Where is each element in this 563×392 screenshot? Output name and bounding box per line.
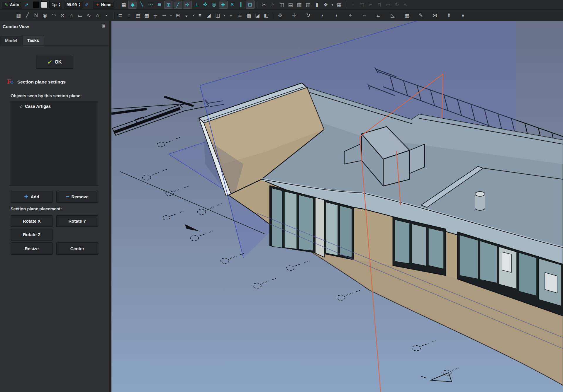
draft-split-icon[interactable]: ⌖ [346, 12, 355, 19]
draft-mirror-icon[interactable]: ⋈ [431, 12, 439, 19]
ok-button[interactable]: ✔ OK [36, 56, 73, 69]
snap-parallel-icon[interactable]: ✛ [183, 1, 192, 9]
draft-bezier-icon[interactable]: ∩ [94, 12, 102, 19]
spinner-arrows-icon[interactable]: ▲▼ [58, 3, 61, 7]
arch-axis-system-icon[interactable]: ▧ [304, 1, 312, 8]
tab-tasks[interactable]: Tasks [22, 35, 44, 45]
draft-line-icon[interactable]: ╱ [23, 12, 31, 19]
arch-truss-icon[interactable]: ◧ [262, 12, 270, 19]
snap-working-plane-icon[interactable]: ⊡ [246, 1, 255, 9]
snap-near-icon[interactable]: ◎ [210, 1, 218, 8]
roof-cylinder-vent[interactable] [475, 192, 485, 210]
arch-building-part-icon[interactable]: ⌂ [269, 1, 277, 8]
draft-rotate-icon[interactable]: ↻ [304, 12, 312, 19]
draft-ellipse-icon[interactable]: ⊘ [58, 12, 67, 19]
draft-array-icon[interactable]: ▦ [403, 12, 411, 19]
panel-header: Combo View ▣ [0, 21, 109, 33]
structure-dropdown-icon[interactable]: ▾ [169, 12, 173, 19]
snap-special-icon[interactable]: ✜ [201, 1, 209, 8]
face-color-swatch[interactable] [41, 1, 48, 8]
building-icon: ⌂ [20, 104, 23, 109]
arch-fence-icon[interactable]: ◪ [253, 12, 262, 19]
arch-roof-icon[interactable]: ◢ [205, 12, 213, 19]
tab-model[interactable]: Model [0, 36, 22, 45]
arch-curtain-wall-icon[interactable]: ◒ [182, 12, 191, 19]
snap-ortho-icon[interactable]: ✚ [219, 1, 228, 9]
arch-stairs-icon[interactable]: ≡ [196, 12, 204, 19]
3d-viewport[interactable] [111, 21, 563, 392]
apply-style-icon[interactable]: ➚ [23, 1, 31, 8]
snap-intersection-icon[interactable]: ✕ [228, 1, 236, 8]
arch-material-icon[interactable]: ❖ [322, 1, 330, 8]
auto-working-plane-button[interactable]: ✎ Auto [2, 1, 22, 8]
window-group[interactable] [270, 186, 315, 253]
remove-button[interactable]: ━ Remove [56, 191, 98, 202]
arch-spreadsheet-icon[interactable]: ▦ [335, 1, 343, 8]
draft-edit-icon[interactable]: ✎ [417, 12, 425, 19]
arch-panel-sheet-icon[interactable]: ▤ [286, 1, 295, 8]
line-width-spinner[interactable]: 1p ▲▼ [49, 1, 62, 8]
draft-polygon-icon[interactable]: ⌂ [67, 12, 75, 19]
draft-trimex-icon[interactable]: ◖ [332, 12, 340, 19]
arch-reference-icon[interactable]: ⊏ [116, 12, 124, 19]
objects-list[interactable]: ⌂Casa Artigas [10, 101, 98, 186]
line-color-swatch[interactable] [33, 1, 39, 8]
rotate-x-button[interactable]: Rotate X [11, 215, 52, 227]
toolbar-separator [113, 12, 113, 19]
draft-wire-icon[interactable]: N [32, 12, 40, 19]
scale-spinner[interactable]: 99.99 ▲▼ [64, 1, 82, 8]
arch-equipment-icon[interactable]: ≣ [236, 12, 244, 19]
rotate-y-button[interactable]: Rotate Y [56, 215, 98, 227]
draft-downgrade-icon[interactable]: ● [459, 12, 467, 19]
arch-wall-icon[interactable]: ▮ [313, 1, 321, 8]
arch-door-icon[interactable]: ◫ [213, 12, 222, 19]
material-dropdown-icon[interactable]: ▾ [330, 1, 335, 8]
draft-slope-icon[interactable]: ◺ [389, 12, 397, 19]
arch-rebar-icon[interactable]: ╥ [151, 12, 160, 19]
toggle-grid-icon[interactable]: ▦ [120, 1, 128, 8]
snap-endpoint-icon[interactable]: ╲ [138, 1, 146, 8]
draft-rectangle-icon[interactable]: ▭ [76, 12, 84, 19]
center-button[interactable]: Center [56, 242, 98, 255]
arch-structure-icon[interactable]: ▦ [143, 12, 151, 19]
panel-splitter[interactable] [109, 21, 111, 392]
annotation-style-icon[interactable]: ✐ [83, 1, 91, 8]
snap-lock-icon[interactable]: ◆ [128, 1, 137, 9]
snap-perpendicular-icon[interactable]: ⊥ [192, 1, 201, 8]
draft-stretch-icon[interactable]: ⇔ [360, 12, 369, 19]
arch-beam-icon[interactable]: ─ [160, 12, 168, 19]
draft-scale-icon[interactable]: ▱ [374, 12, 383, 19]
arch-window-icon[interactable]: ◫ [278, 1, 286, 8]
toolbar-separator [257, 1, 257, 8]
door-dropdown-icon[interactable]: ▾ [222, 12, 226, 19]
arch-cut-plane-icon[interactable]: ✂ [260, 1, 268, 8]
curtain-dropdown-icon[interactable]: ▾ [191, 12, 195, 19]
draft-point-icon[interactable]: • [102, 12, 111, 19]
snap-extension-icon[interactable]: ╱ [174, 1, 182, 9]
draft-arc-icon[interactable]: ◠ [50, 12, 58, 19]
spinner-arrows-icon[interactable]: ▲▼ [78, 3, 81, 7]
arch-building-icon[interactable]: ⌂ [125, 12, 133, 19]
arch-wall-icon[interactable]: ▤ [134, 12, 142, 19]
arch-pipe-icon[interactable]: ⌐ [227, 12, 235, 19]
draft-move-icon[interactable]: ✥ [276, 12, 284, 19]
rotate-z-button[interactable]: Rotate Z [11, 229, 52, 240]
draft-circle-icon[interactable]: ◉ [41, 12, 49, 19]
snap-midpoint-icon[interactable]: ⋯ [147, 1, 155, 8]
draft-bspline-icon[interactable]: ∿ [85, 12, 93, 19]
snap-angle-icon[interactable]: ≋ [155, 1, 164, 8]
draft-upgrade-icon[interactable]: ⇑ [445, 12, 453, 19]
arch-window-grid-icon[interactable]: ⊞ [174, 12, 182, 19]
snap-center-icon[interactable]: ⊞ [164, 1, 173, 9]
draft-copy-icon[interactable]: ✛ [290, 12, 298, 19]
snap-dimensions-icon[interactable]: ∥ [237, 1, 245, 8]
float-panel-icon[interactable]: ▣ [102, 23, 106, 28]
arch-schedule-icon[interactable]: ▥ [295, 1, 303, 8]
arch-frame-icon[interactable]: ▩ [245, 12, 253, 19]
list-item-object[interactable]: ⌂Casa Artigas [10, 102, 98, 110]
add-button[interactable]: ✚ Add [11, 191, 52, 202]
resize-button[interactable]: Resize [11, 242, 52, 255]
draft-snap-toggle-icon[interactable]: ▥ [14, 12, 23, 19]
autogroup-button[interactable]: ✦ None [93, 1, 114, 8]
draft-offset-icon[interactable]: ◗ [318, 12, 326, 19]
